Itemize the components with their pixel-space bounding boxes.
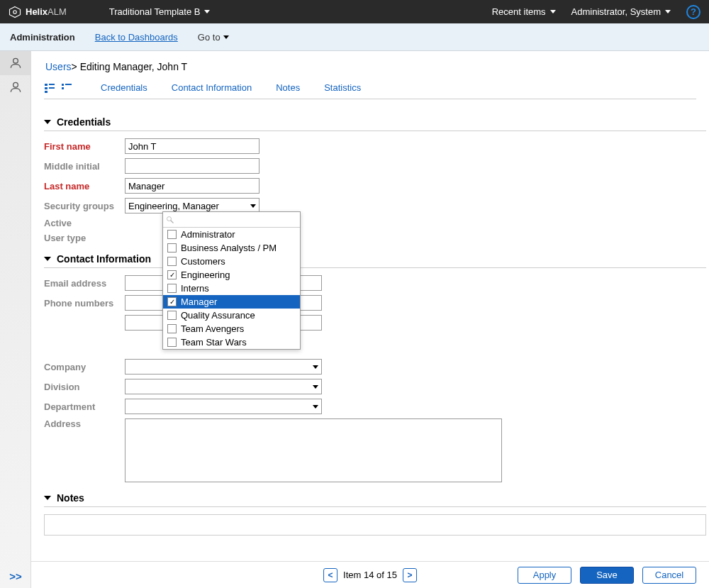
content-area: Users> Editing Manager, John T Credentia…	[31, 51, 709, 561]
sub-bar: Administration Back to Dashboards Go to	[0, 23, 709, 51]
chevron-down-icon	[665, 10, 671, 13]
user-menu[interactable]: Administrator, System	[571, 6, 671, 17]
label-middle-initial: Middle initial	[44, 161, 125, 172]
dropdown-option-label: Quality Assurance	[181, 310, 255, 321]
template-label: Traditional Template B	[109, 6, 201, 17]
breadcrumb-users-link[interactable]: Users	[45, 61, 72, 72]
dropdown-option-label: Team Avengers	[181, 323, 244, 334]
brand-post: ALM	[48, 6, 67, 17]
tab-credentials[interactable]: Credentials	[101, 82, 147, 93]
label-department: Department	[44, 401, 125, 412]
pager-prev-button[interactable]: <	[323, 568, 337, 582]
svg-line-13	[171, 220, 174, 223]
checkbox-icon	[167, 338, 177, 347]
svg-point-1	[13, 10, 17, 13]
checkbox-icon	[167, 311, 177, 320]
breadcrumb-current: > Editing Manager, John T	[72, 61, 188, 72]
dropdown-option-label: Manager	[181, 296, 217, 307]
section-notes[interactable]: Notes	[44, 492, 706, 507]
middle-initial-field[interactable]	[125, 158, 259, 174]
rail-user-icon[interactable]	[0, 75, 31, 99]
rail-users-icon[interactable]	[0, 51, 31, 75]
dropdown-option-label: Interns	[181, 283, 209, 294]
label-company: Company	[44, 362, 125, 372]
svg-rect-9	[62, 84, 64, 86]
tab-notes[interactable]: Notes	[276, 82, 300, 93]
collapse-all-icon[interactable]	[61, 83, 72, 93]
svg-point-2	[13, 58, 18, 63]
tab-statistics[interactable]: Statistics	[324, 82, 361, 93]
dropdown-option[interactable]: Quality Assurance	[163, 309, 300, 322]
dropdown-option[interactable]: ✓Manager	[163, 295, 300, 309]
footer-bar: < Item 14 of 15 > Apply Save Cancel	[31, 561, 709, 588]
first-name-field[interactable]	[125, 138, 259, 154]
address-field[interactable]	[125, 418, 502, 482]
svg-rect-6	[45, 87, 48, 89]
label-user-type: User type	[44, 233, 125, 243]
checkbox-icon	[167, 324, 177, 333]
label-security-groups: Security groups	[44, 201, 125, 211]
cancel-button[interactable]: Cancel	[642, 567, 696, 584]
checkbox-icon: ✓	[167, 270, 177, 279]
collapse-icon	[44, 496, 51, 500]
helix-icon	[9, 6, 21, 18]
dropdown-option-label: Team Star Wars	[181, 337, 247, 348]
dropdown-option[interactable]: Team Star Wars	[163, 335, 300, 349]
label-active: Active	[44, 218, 125, 228]
apply-button[interactable]: Apply	[518, 567, 571, 584]
chevron-down-icon	[204, 10, 210, 13]
svg-point-12	[167, 216, 172, 221]
brand-pre: Helix	[26, 6, 48, 17]
form-scroll-area[interactable]: Credentials First name Middle initial La…	[44, 106, 706, 561]
dropdown-option[interactable]: ✓Engineering	[163, 268, 300, 282]
last-name-field[interactable]	[125, 178, 259, 194]
division-dropdown[interactable]	[125, 379, 322, 394]
chevron-down-icon	[313, 365, 318, 369]
dropdown-option-label: Engineering	[181, 270, 230, 280]
checkbox-icon: ✓	[167, 297, 177, 306]
dropdown-option-label: Administrator	[181, 229, 235, 240]
department-dropdown[interactable]	[125, 399, 322, 414]
recent-items-label: Recent items	[492, 6, 546, 17]
notes-area[interactable]	[44, 514, 706, 536]
back-to-dashboards-link[interactable]: Back to Dashboards	[95, 32, 178, 43]
rail-expand-icon[interactable]: >>	[0, 570, 31, 582]
label-first-name: First name	[44, 141, 125, 152]
svg-rect-11	[62, 87, 64, 89]
chevron-down-icon	[550, 10, 556, 13]
chevron-down-icon	[250, 204, 256, 208]
tab-row: Credentials Contact Information Notes St…	[44, 82, 696, 99]
pager-label: Item 14 of 15	[343, 570, 397, 580]
section-contact-information[interactable]: Contact Information	[44, 253, 706, 268]
save-button[interactable]: Save	[580, 567, 634, 584]
admin-label: Administration	[10, 32, 75, 43]
chevron-down-icon	[313, 385, 318, 389]
dropdown-option[interactable]: Interns	[163, 282, 300, 295]
checkbox-icon	[167, 230, 177, 239]
checkbox-icon	[167, 243, 177, 253]
help-icon[interactable]: ?	[686, 5, 700, 19]
pager-next-button[interactable]: >	[403, 568, 417, 582]
chevron-down-icon	[223, 35, 229, 39]
expand-all-icon[interactable]	[44, 83, 55, 93]
recent-items-menu[interactable]: Recent items	[492, 6, 556, 17]
dropdown-option[interactable]: Team Avengers	[163, 322, 300, 335]
goto-label: Go to	[198, 32, 220, 43]
svg-rect-5	[49, 84, 55, 85]
tab-contact-information[interactable]: Contact Information	[172, 82, 252, 93]
chevron-down-icon	[313, 405, 318, 409]
goto-menu[interactable]: Go to	[198, 32, 229, 43]
dropdown-search[interactable]	[163, 212, 300, 228]
svg-rect-4	[45, 84, 48, 86]
dropdown-option[interactable]: Business Analysts / PM	[163, 241, 300, 255]
dropdown-option[interactable]: Customers	[163, 255, 300, 268]
svg-rect-8	[45, 91, 48, 93]
dropdown-option[interactable]: Administrator	[163, 228, 300, 241]
dropdown-option-label: Business Analysts / PM	[181, 243, 277, 253]
dropdown-option-label: Customers	[181, 256, 225, 267]
template-selector[interactable]: Traditional Template B	[109, 6, 211, 17]
breadcrumb: Users> Editing Manager, John T	[45, 61, 696, 72]
top-bar: HelixALM Traditional Template B Recent i…	[0, 0, 709, 23]
section-credentials[interactable]: Credentials	[44, 116, 706, 131]
company-dropdown[interactable]	[125, 359, 322, 375]
